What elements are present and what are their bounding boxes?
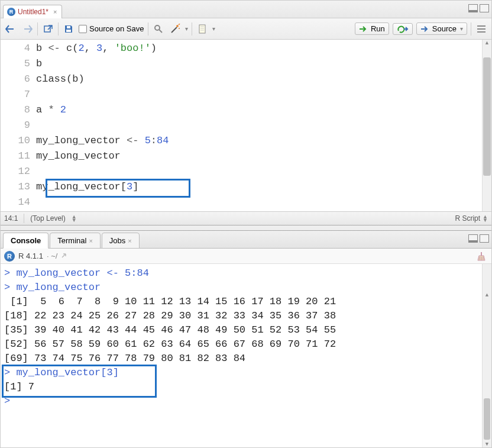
source-button[interactable]: Source ▾ xyxy=(416,22,467,35)
tab-console[interactable]: Console xyxy=(3,233,48,249)
find-icon[interactable] xyxy=(152,22,165,36)
source-editor[interactable]: 4567891011121314 b <- c(2, 3, 'boo!')bcl… xyxy=(1,40,491,211)
console-scrollbar[interactable]: ▲ ▼ xyxy=(482,264,491,447)
popout-console-icon[interactable] xyxy=(61,252,69,260)
magic-wand-icon[interactable] xyxy=(169,22,182,36)
minimize-pane-button[interactable] xyxy=(468,234,478,243)
maximize-pane-button[interactable] xyxy=(480,234,489,243)
language-selector-icon[interactable]: ▲▼ xyxy=(483,215,488,222)
console-header: R R 4.1.1 · ~/ xyxy=(1,249,491,264)
svg-rect-0 xyxy=(44,26,50,32)
notebook-dropdown-icon[interactable]: ▾ xyxy=(212,25,215,32)
back-icon[interactable] xyxy=(4,22,17,36)
editor-tab-bar: R Untitled1* × xyxy=(1,1,491,18)
close-icon[interactable]: × xyxy=(128,237,131,244)
scope-label[interactable]: (Top Level) xyxy=(30,214,65,223)
console-pane: Console Terminal × Jobs × R R 4.1.1 · ~/… xyxy=(1,230,491,447)
notebook-icon[interactable] xyxy=(196,22,209,36)
source-on-save-checkbox[interactable] xyxy=(79,25,87,33)
r-logo-icon: R xyxy=(4,251,15,262)
close-icon[interactable]: × xyxy=(89,237,92,244)
source-on-save-label: Source on Save xyxy=(89,24,144,33)
svg-rect-1 xyxy=(66,30,71,32)
r-version: R 4.1.1 xyxy=(18,252,43,260)
tab-terminal-label: Terminal xyxy=(57,236,86,245)
wand-dropdown-icon[interactable]: ▾ xyxy=(185,25,188,32)
file-tab-title: Untitled1* xyxy=(18,8,48,16)
language-label[interactable]: R Script xyxy=(455,214,480,223)
r-file-icon: R xyxy=(7,8,15,16)
pane-splitter[interactable] xyxy=(1,225,491,230)
minimize-pane-button[interactable] xyxy=(468,4,478,12)
tab-jobs-label: Jobs xyxy=(109,236,125,245)
clear-console-icon[interactable] xyxy=(476,251,487,262)
line-gutter: 4567891011121314 xyxy=(1,40,36,211)
tab-jobs[interactable]: Jobs × xyxy=(102,233,140,249)
editor-toolbar: Source on Save ▾ ▾ Run Source ▾ xyxy=(1,18,491,40)
file-tab[interactable]: R Untitled1* × xyxy=(3,5,62,18)
tab-console-label: Console xyxy=(11,236,41,245)
cursor-position: 14:1 xyxy=(4,214,18,223)
source-label: Source xyxy=(432,24,457,33)
svg-rect-4 xyxy=(199,25,205,33)
code-content[interactable]: b <- c(2, 3, 'boo!')bclass(b)a * 2my_lon… xyxy=(36,40,169,211)
forward-icon[interactable] xyxy=(21,22,34,36)
maximize-pane-button[interactable] xyxy=(480,4,489,12)
console-output[interactable]: ▲ ▼ > my_long_vector <- 5:84> my_long_ve… xyxy=(1,264,491,447)
outline-icon[interactable] xyxy=(475,22,488,36)
popout-icon[interactable] xyxy=(41,22,54,36)
scope-selector-icon[interactable]: ▲▼ xyxy=(72,215,77,222)
svg-rect-2 xyxy=(67,26,70,28)
rerun-button[interactable] xyxy=(393,23,413,35)
tab-terminal[interactable]: Terminal × xyxy=(50,233,101,249)
svg-point-3 xyxy=(155,25,160,30)
save-icon[interactable] xyxy=(62,22,75,36)
editor-scrollbar[interactable]: ▲ xyxy=(482,40,491,211)
working-dir: · ~/ xyxy=(47,252,57,260)
run-label: Run xyxy=(371,24,385,33)
source-dropdown-icon[interactable]: ▾ xyxy=(460,25,463,32)
run-button[interactable]: Run xyxy=(355,22,389,35)
editor-status-bar: 14:1 (Top Level) ▲▼ R Script ▲▼ xyxy=(1,211,491,225)
console-tab-bar: Console Terminal × Jobs × xyxy=(1,231,491,249)
close-icon[interactable]: × xyxy=(53,8,57,15)
